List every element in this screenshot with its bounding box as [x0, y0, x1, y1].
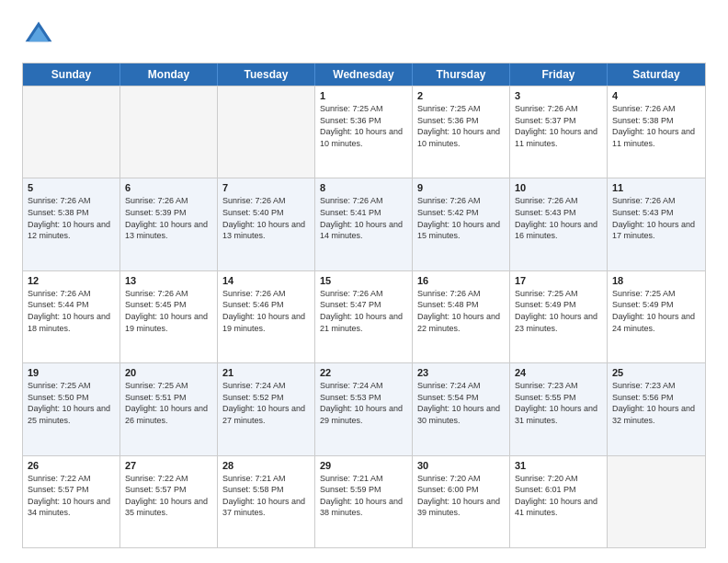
day-number: 25: [612, 367, 700, 378]
day-cell-11: 11Sunrise: 7:26 AMSunset: 5:43 PMDayligh…: [608, 178, 705, 270]
day-cell-empty: [23, 86, 120, 178]
day-cell-12: 12Sunrise: 7:26 AMSunset: 5:44 PMDayligh…: [23, 271, 120, 362]
day-cell-20: 20Sunrise: 7:25 AMSunset: 5:51 PMDayligh…: [120, 363, 218, 454]
day-info: Sunrise: 7:24 AMSunset: 5:52 PMDaylight:…: [222, 380, 310, 426]
day-info: Sunrise: 7:26 AMSunset: 5:47 PMDaylight:…: [320, 288, 407, 334]
day-info: Sunrise: 7:22 AMSunset: 5:57 PMDaylight:…: [125, 473, 212, 519]
day-cell-24: 24Sunrise: 7:23 AMSunset: 5:55 PMDayligh…: [510, 363, 608, 454]
day-cell-empty: [120, 86, 218, 178]
day-info: Sunrise: 7:22 AMSunset: 5:57 PMDaylight:…: [28, 473, 115, 519]
weekday-header-monday: Monday: [120, 63, 218, 86]
day-number: 23: [417, 367, 505, 378]
day-number: 13: [125, 275, 212, 286]
day-number: 7: [222, 182, 310, 193]
weekday-header-thursday: Thursday: [413, 63, 510, 86]
day-number: 2: [417, 90, 505, 101]
day-number: 9: [417, 182, 505, 193]
calendar-header: SundayMondayTuesdayWednesdayThursdayFrid…: [23, 63, 705, 86]
day-number: 3: [515, 90, 602, 101]
day-cell-2: 2Sunrise: 7:25 AMSunset: 5:36 PMDaylight…: [413, 86, 510, 178]
day-cell-5: 5Sunrise: 7:26 AMSunset: 5:38 PMDaylight…: [23, 178, 120, 270]
weekday-header-saturday: Saturday: [608, 63, 705, 86]
day-cell-19: 19Sunrise: 7:25 AMSunset: 5:50 PMDayligh…: [23, 363, 120, 454]
day-info: Sunrise: 7:26 AMSunset: 5:38 PMDaylight:…: [612, 103, 700, 149]
day-info: Sunrise: 7:20 AMSunset: 6:01 PMDaylight:…: [515, 473, 602, 519]
day-cell-31: 31Sunrise: 7:20 AMSunset: 6:01 PMDayligh…: [510, 456, 608, 547]
day-number: 31: [515, 460, 602, 471]
day-info: Sunrise: 7:25 AMSunset: 5:36 PMDaylight:…: [320, 103, 407, 149]
day-cell-27: 27Sunrise: 7:22 AMSunset: 5:57 PMDayligh…: [120, 456, 218, 547]
day-number: 15: [320, 275, 407, 286]
day-cell-9: 9Sunrise: 7:26 AMSunset: 5:42 PMDaylight…: [413, 178, 510, 270]
day-number: 28: [222, 460, 310, 471]
day-cell-15: 15Sunrise: 7:26 AMSunset: 5:47 PMDayligh…: [315, 271, 413, 362]
day-cell-22: 22Sunrise: 7:24 AMSunset: 5:53 PMDayligh…: [315, 363, 413, 454]
header: [22, 18, 706, 52]
page: SundayMondayTuesdayWednesdayThursdayFrid…: [0, 0, 728, 563]
day-cell-30: 30Sunrise: 7:20 AMSunset: 6:00 PMDayligh…: [413, 456, 510, 547]
day-info: Sunrise: 7:26 AMSunset: 5:45 PMDaylight:…: [125, 288, 212, 334]
calendar-row-5: 26Sunrise: 7:22 AMSunset: 5:57 PMDayligh…: [23, 455, 705, 547]
day-cell-16: 16Sunrise: 7:26 AMSunset: 5:48 PMDayligh…: [413, 271, 510, 362]
day-info: Sunrise: 7:26 AMSunset: 5:44 PMDaylight:…: [28, 288, 115, 334]
day-number: 16: [417, 275, 505, 286]
day-cell-8: 8Sunrise: 7:26 AMSunset: 5:41 PMDaylight…: [315, 178, 413, 270]
day-cell-6: 6Sunrise: 7:26 AMSunset: 5:39 PMDaylight…: [120, 178, 218, 270]
weekday-header-wednesday: Wednesday: [315, 63, 413, 86]
day-info: Sunrise: 7:23 AMSunset: 5:55 PMDaylight:…: [515, 380, 602, 426]
day-cell-29: 29Sunrise: 7:21 AMSunset: 5:59 PMDayligh…: [315, 456, 413, 547]
day-number: 14: [222, 275, 310, 286]
day-info: Sunrise: 7:24 AMSunset: 5:54 PMDaylight:…: [417, 380, 505, 426]
day-info: Sunrise: 7:26 AMSunset: 5:48 PMDaylight:…: [417, 288, 505, 334]
day-number: 19: [28, 367, 115, 378]
day-cell-4: 4Sunrise: 7:26 AMSunset: 5:38 PMDaylight…: [608, 86, 705, 178]
day-info: Sunrise: 7:26 AMSunset: 5:38 PMDaylight:…: [28, 195, 115, 241]
day-info: Sunrise: 7:26 AMSunset: 5:40 PMDaylight:…: [222, 195, 310, 241]
day-info: Sunrise: 7:26 AMSunset: 5:39 PMDaylight:…: [125, 195, 212, 241]
day-info: Sunrise: 7:26 AMSunset: 5:41 PMDaylight:…: [320, 195, 407, 241]
day-number: 5: [28, 182, 115, 193]
day-info: Sunrise: 7:26 AMSunset: 5:43 PMDaylight:…: [612, 195, 700, 241]
day-cell-empty: [608, 456, 705, 547]
day-info: Sunrise: 7:26 AMSunset: 5:42 PMDaylight:…: [417, 195, 505, 241]
day-cell-10: 10Sunrise: 7:26 AMSunset: 5:43 PMDayligh…: [510, 178, 608, 270]
calendar-row-4: 19Sunrise: 7:25 AMSunset: 5:50 PMDayligh…: [23, 362, 705, 454]
day-cell-18: 18Sunrise: 7:25 AMSunset: 5:49 PMDayligh…: [608, 271, 705, 362]
weekday-header-tuesday: Tuesday: [218, 63, 315, 86]
day-info: Sunrise: 7:21 AMSunset: 5:59 PMDaylight:…: [320, 473, 407, 519]
day-number: 6: [125, 182, 212, 193]
weekday-header-friday: Friday: [510, 63, 608, 86]
day-cell-21: 21Sunrise: 7:24 AMSunset: 5:52 PMDayligh…: [218, 363, 315, 454]
day-info: Sunrise: 7:24 AMSunset: 5:53 PMDaylight:…: [320, 380, 407, 426]
day-cell-17: 17Sunrise: 7:25 AMSunset: 5:49 PMDayligh…: [510, 271, 608, 362]
logo-icon: [22, 18, 55, 52]
day-info: Sunrise: 7:26 AMSunset: 5:43 PMDaylight:…: [515, 195, 602, 241]
day-number: 30: [417, 460, 505, 471]
day-number: 22: [320, 367, 407, 378]
day-cell-13: 13Sunrise: 7:26 AMSunset: 5:45 PMDayligh…: [120, 271, 218, 362]
day-info: Sunrise: 7:23 AMSunset: 5:56 PMDaylight:…: [612, 380, 700, 426]
calendar-body: 1Sunrise: 7:25 AMSunset: 5:36 PMDaylight…: [23, 86, 705, 547]
day-number: 10: [515, 182, 602, 193]
calendar: SundayMondayTuesdayWednesdayThursdayFrid…: [22, 63, 706, 548]
day-number: 21: [222, 367, 310, 378]
calendar-row-2: 5Sunrise: 7:26 AMSunset: 5:38 PMDaylight…: [23, 178, 705, 270]
day-cell-3: 3Sunrise: 7:26 AMSunset: 5:37 PMDaylight…: [510, 86, 608, 178]
weekday-header-sunday: Sunday: [23, 63, 120, 86]
day-info: Sunrise: 7:25 AMSunset: 5:36 PMDaylight:…: [417, 103, 505, 149]
day-number: 4: [612, 90, 700, 101]
day-info: Sunrise: 7:25 AMSunset: 5:50 PMDaylight:…: [28, 380, 115, 426]
day-cell-23: 23Sunrise: 7:24 AMSunset: 5:54 PMDayligh…: [413, 363, 510, 454]
day-cell-28: 28Sunrise: 7:21 AMSunset: 5:58 PMDayligh…: [218, 456, 315, 547]
day-number: 24: [515, 367, 602, 378]
day-number: 18: [612, 275, 700, 286]
day-number: 26: [28, 460, 115, 471]
day-info: Sunrise: 7:21 AMSunset: 5:58 PMDaylight:…: [222, 473, 310, 519]
day-info: Sunrise: 7:25 AMSunset: 5:49 PMDaylight:…: [515, 288, 602, 334]
day-info: Sunrise: 7:26 AMSunset: 5:46 PMDaylight:…: [222, 288, 310, 334]
day-cell-1: 1Sunrise: 7:25 AMSunset: 5:36 PMDaylight…: [315, 86, 413, 178]
day-number: 11: [612, 182, 700, 193]
day-info: Sunrise: 7:26 AMSunset: 5:37 PMDaylight:…: [515, 103, 602, 149]
day-number: 1: [320, 90, 407, 101]
logo: [22, 18, 59, 52]
